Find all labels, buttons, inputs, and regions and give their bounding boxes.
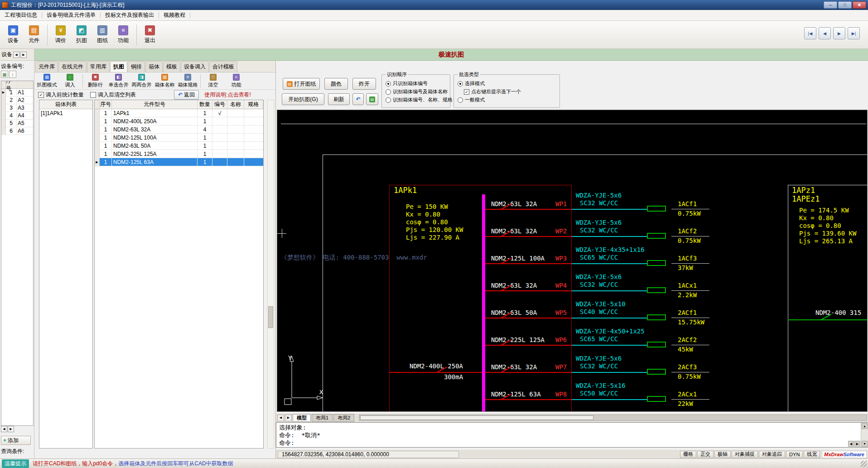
- recognize-option-0[interactable]: 只识别箱体编号: [386, 80, 428, 87]
- status-toggle-5[interactable]: DYN: [786, 451, 803, 458]
- status-toggle-3[interactable]: 对象捕捉: [732, 451, 758, 458]
- select-mode-radio[interactable]: 选择模式: [458, 80, 485, 87]
- tab-5[interactable]: 箱体: [145, 61, 163, 72]
- layout-tab-0[interactable]: 模型: [293, 414, 311, 422]
- delete-row-button[interactable]: ✖删除行: [84, 73, 107, 89]
- box-spec-button[interactable]: #箱体规格: [176, 73, 199, 89]
- box-list-item[interactable]: [1]1APk1: [39, 109, 92, 117]
- table-row[interactable]: 1NDM2-225L 125A1: [95, 150, 263, 158]
- undo-button[interactable]: ↶: [352, 93, 364, 105]
- nav-next-button[interactable]: ▶: [833, 27, 845, 39]
- clear-after-checkbox[interactable]: [90, 92, 96, 98]
- explode-button[interactable]: 炸开: [352, 78, 376, 90]
- scroll-right-icon[interactable]: ▶: [854, 441, 860, 447]
- table-row[interactable]: ▶1NDM2-125L 63A1: [95, 158, 263, 166]
- tab-1[interactable]: 在线元件: [58, 61, 87, 72]
- status-toggle-0[interactable]: 栅格: [680, 451, 696, 458]
- nav-prev-button[interactable]: ◀: [819, 27, 831, 39]
- tab-0[interactable]: 元件库: [35, 61, 58, 72]
- layout-left-arrow[interactable]: ◀: [277, 415, 284, 421]
- scroll-down-icon[interactable]: ▼: [862, 441, 868, 447]
- function-button[interactable]: ≡功能: [113, 22, 134, 48]
- tab-4[interactable]: 铜排: [128, 61, 145, 72]
- device-row[interactable]: ▶1A1: [1, 89, 33, 96]
- single-merge-button[interactable]: ◧单选合并: [107, 73, 130, 89]
- start-grab-button[interactable]: 开始扒图(G): [282, 93, 324, 105]
- recognize-option-1[interactable]: 识别箱体编号及箱体名称: [386, 88, 448, 95]
- grid-icon[interactable]: ▦: [1, 71, 8, 78]
- device-row[interactable]: 3A3: [1, 104, 33, 112]
- command-scrollbar[interactable]: ▲ ▼: [861, 423, 868, 447]
- table-row[interactable]: 1NDM2-63L 50A1: [95, 142, 263, 150]
- nav-last-button[interactable]: ▶|: [848, 27, 860, 39]
- back-button[interactable]: ↶ 返回: [174, 90, 199, 100]
- nav-first-button[interactable]: |◀: [804, 27, 816, 39]
- cad-viewport[interactable]: Y X 《梦想软件》 电话: 400-888-5703 www.mxdr1APk…: [277, 110, 868, 412]
- tab-2[interactable]: 常用库: [87, 61, 110, 72]
- grab-button[interactable]: ◩扒图: [71, 22, 92, 48]
- scrollbar-thumb[interactable]: [268, 306, 273, 328]
- add-device-button[interactable]: + 添加: [1, 436, 31, 445]
- function2-button[interactable]: ≡功能: [225, 73, 248, 89]
- right-click-hint-checkbox-row[interactable]: ✓ 点右键后提示选下一个: [464, 88, 521, 95]
- menu-item-1[interactable]: 设备明细及元件清单: [43, 10, 99, 20]
- tab-8[interactable]: 合计模板: [209, 61, 237, 72]
- tab-3[interactable]: 扒图: [110, 61, 127, 72]
- price-button[interactable]: ¥调价: [50, 22, 71, 48]
- component-table-scrollbar[interactable]: [267, 100, 274, 449]
- tab-6[interactable]: 模板: [163, 61, 180, 72]
- close-button[interactable]: ✖: [853, 1, 866, 9]
- component-button[interactable]: ▤元件: [24, 22, 44, 48]
- sidebar-scroll-right-icon[interactable]: ▶: [8, 426, 14, 432]
- status-toggle-6[interactable]: 线宽: [804, 451, 820, 458]
- query-condition-label[interactable]: 查询条件:: [1, 448, 24, 455]
- open-drawing-button[interactable]: ▤ 打开图纸: [283, 78, 320, 90]
- maximize-button[interactable]: □: [838, 1, 852, 9]
- command-window[interactable]: 选择对象:命令: *取消*命令: ▲ ▼ ◀ ▶: [276, 422, 868, 448]
- command-hscrollbar[interactable]: ◀ ▶: [848, 441, 860, 447]
- table-row[interactable]: 1NDM2-63L 32A4: [95, 125, 263, 134]
- device-button[interactable]: ▣设备: [3, 22, 24, 48]
- layout-scrollbar-thumb[interactable]: [360, 415, 593, 420]
- pane-next-icon[interactable]: ▶: [20, 52, 27, 58]
- tab-7[interactable]: 设备调入: [181, 61, 209, 72]
- device-row[interactable]: 4A4: [1, 112, 33, 120]
- grab-mode-button[interactable]: ▧扒图模式: [35, 73, 58, 89]
- table-row[interactable]: 1NDM2-125L 100A1: [95, 134, 263, 142]
- exit-button[interactable]: ✖退出: [140, 22, 160, 48]
- color-button[interactable]: 颜色: [324, 78, 348, 90]
- layout-right-arrow[interactable]: ▶: [285, 415, 292, 421]
- table-row[interactable]: 11APk11√: [95, 109, 263, 117]
- device-row[interactable]: 6A6: [1, 127, 33, 135]
- device-row[interactable]: 5A5: [1, 120, 33, 127]
- box-name-button[interactable]: ▤箱体名称: [153, 73, 176, 89]
- recognize-option-2[interactable]: 识别箱体编号、名称、规格: [386, 96, 453, 103]
- layout-scrollbar[interactable]: [359, 415, 867, 421]
- menu-item-3[interactable]: 视频教程: [160, 10, 189, 20]
- status-toggle-4[interactable]: 对象追踪: [759, 451, 785, 458]
- status-toggle-2[interactable]: 极轴: [714, 451, 731, 458]
- layout-tab-1[interactable]: 布局1: [312, 414, 333, 422]
- clear-button[interactable]: □清空: [202, 73, 225, 89]
- notebook-button[interactable]: ▤: [366, 93, 378, 105]
- refresh-button[interactable]: 刷新: [328, 93, 350, 105]
- device-row[interactable]: 2A2: [1, 96, 33, 104]
- minimize-button[interactable]: ─: [824, 1, 837, 9]
- table-row[interactable]: 1NDM2-400L 250A1: [95, 117, 263, 125]
- status-toggle-1[interactable]: 正交: [697, 451, 714, 458]
- drawing-button[interactable]: ▥图纸: [92, 22, 113, 48]
- sidebar-scroll-left-icon[interactable]: ◀: [1, 426, 7, 432]
- scroll-up-icon[interactable]: ▲: [862, 423, 868, 429]
- menu-item-2[interactable]: 投标文件及报表输出: [101, 10, 158, 20]
- resize-grip[interactable]: [861, 461, 867, 467]
- menu-item-0[interactable]: 工程项目信息: [1, 10, 41, 20]
- scroll-left-icon[interactable]: ◀: [848, 441, 854, 447]
- count-before-checkbox[interactable]: ✓: [38, 92, 44, 98]
- load-in-button[interactable]: ↓调入: [58, 73, 82, 89]
- layout-tab-2[interactable]: 布局2: [333, 414, 354, 422]
- pane-prev-icon[interactable]: ◀: [13, 52, 19, 58]
- pair-merge-button[interactable]: ◨两两合并: [130, 73, 153, 89]
- sort-icon[interactable]: ↕: [9, 71, 16, 78]
- usage-help-link[interactable]: 使用说明:点击查看!: [204, 91, 251, 99]
- general-mode-radio[interactable]: 一般模式: [458, 96, 485, 103]
